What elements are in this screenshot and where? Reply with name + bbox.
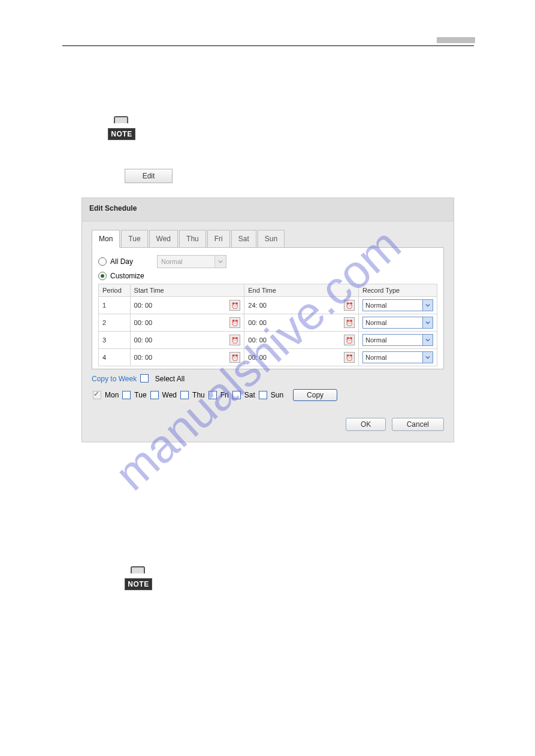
end-time-value[interactable]: 00: 00	[248, 354, 267, 361]
clock-icon[interactable]: ⏰	[229, 335, 240, 345]
copy-button[interactable]: Copy	[293, 389, 337, 401]
edit-schedule-dialog: Edit Schedule Mon Tue Wed Thu Fri Sat Su…	[81, 198, 454, 442]
header-accent-bar	[437, 37, 475, 43]
note-icon-1: NOTE	[108, 120, 134, 140]
table-row: 4 00: 00⏰ 00: 00⏰ Normal	[99, 349, 437, 366]
chevron-down-icon	[214, 256, 226, 268]
clock-icon[interactable]: ⏰	[344, 352, 355, 363]
clock-icon[interactable]: ⏰	[229, 317, 240, 328]
customize-label: Customize	[110, 272, 144, 280]
clock-icon[interactable]: ⏰	[229, 300, 240, 311]
chevron-down-icon	[422, 317, 433, 328]
day-label: Wed	[162, 391, 177, 399]
end-time-value[interactable]: 00: 00	[248, 336, 267, 344]
edit-button-inline: Edit	[125, 169, 173, 183]
day-tabs: Mon Tue Wed Thu Fri Sat Sun	[92, 230, 444, 248]
day-checkbox-tue[interactable]	[122, 391, 131, 399]
schedule-table: Period Start Time End Time Record Type 1…	[98, 284, 437, 366]
ok-button[interactable]: OK	[346, 418, 386, 431]
radio-all-day[interactable]	[98, 257, 107, 266]
start-time-value[interactable]: 00: 00	[134, 319, 153, 326]
day-checkbox-mon	[93, 391, 101, 399]
period-cell: 3	[99, 332, 131, 349]
select-all-checkbox[interactable]	[140, 374, 149, 382]
dropdown-disabled-value: Normal	[161, 258, 182, 265]
clock-icon[interactable]: ⏰	[344, 317, 355, 328]
start-time-value[interactable]: 00: 00	[134, 302, 153, 309]
period-cell: 4	[99, 349, 131, 366]
col-start: Start Time	[130, 284, 244, 297]
col-period: Period	[99, 284, 131, 297]
cancel-button[interactable]: Cancel	[392, 418, 444, 431]
record-type-select[interactable]: Normal	[362, 334, 433, 346]
day-label: Mon	[105, 391, 119, 399]
clock-icon[interactable]: ⏰	[229, 352, 240, 363]
day-label: Tue	[134, 391, 146, 399]
table-row: 1 00: 00⏰ 24: 00⏰ Normal	[99, 297, 437, 314]
note-label: NOTE	[108, 128, 135, 140]
day-label: Thu	[192, 391, 205, 399]
period-cell: 2	[99, 314, 131, 332]
select-all-label: Select All	[155, 375, 185, 383]
day-label: Sat	[244, 391, 255, 399]
start-time-value[interactable]: 00: 00	[134, 336, 153, 344]
period-cell: 1	[99, 297, 131, 314]
end-time-value[interactable]: 00: 00	[248, 319, 267, 326]
clock-icon[interactable]: ⏰	[344, 335, 355, 345]
record-type-select[interactable]: Normal	[362, 299, 433, 311]
col-type: Record Type	[359, 284, 437, 297]
chevron-down-icon	[422, 335, 433, 345]
clock-icon[interactable]: ⏰	[344, 300, 355, 311]
table-row: 2 00: 00⏰ 00: 00⏰ Normal	[99, 314, 437, 332]
chevron-down-icon	[422, 300, 433, 311]
tab-wed[interactable]: Wed	[149, 230, 178, 247]
tab-sat[interactable]: Sat	[231, 230, 256, 247]
edit-button[interactable]: Edit	[125, 169, 173, 183]
day-checkbox-thu[interactable]	[180, 391, 189, 399]
dialog-title: Edit Schedule	[82, 198, 454, 221]
tab-tue[interactable]: Tue	[121, 230, 147, 247]
day-checkbox-fri[interactable]	[208, 391, 217, 399]
tab-fri[interactable]: Fri	[207, 230, 230, 247]
tab-mon[interactable]: Mon	[92, 230, 120, 248]
end-time-value[interactable]: 24: 00	[248, 302, 267, 309]
tab-sun[interactable]: Sun	[258, 230, 285, 247]
header-rule	[62, 45, 474, 46]
tab-thu[interactable]: Thu	[179, 230, 206, 247]
record-type-select[interactable]: Normal	[362, 351, 433, 363]
copy-to-week-link[interactable]: Copy to Week	[92, 375, 137, 383]
start-time-value[interactable]: 00: 00	[134, 354, 153, 361]
col-end: End Time	[244, 284, 359, 297]
record-type-dropdown-disabled: Normal	[157, 255, 226, 268]
day-checkbox-sun[interactable]	[259, 391, 267, 399]
radio-customize[interactable]	[98, 272, 107, 280]
day-label: Sun	[271, 391, 283, 399]
table-row: 3 00: 00⏰ 00: 00⏰ Normal	[99, 332, 437, 349]
record-type-select[interactable]: Normal	[362, 317, 433, 329]
note-icon-2: NOTE	[125, 570, 151, 590]
day-checkbox-sat[interactable]	[232, 391, 241, 399]
all-day-label: All Day	[110, 257, 133, 266]
chevron-down-icon	[422, 352, 433, 363]
day-checkbox-wed[interactable]	[150, 391, 159, 399]
day-label: Fri	[220, 391, 229, 399]
note-label: NOTE	[125, 578, 152, 590]
